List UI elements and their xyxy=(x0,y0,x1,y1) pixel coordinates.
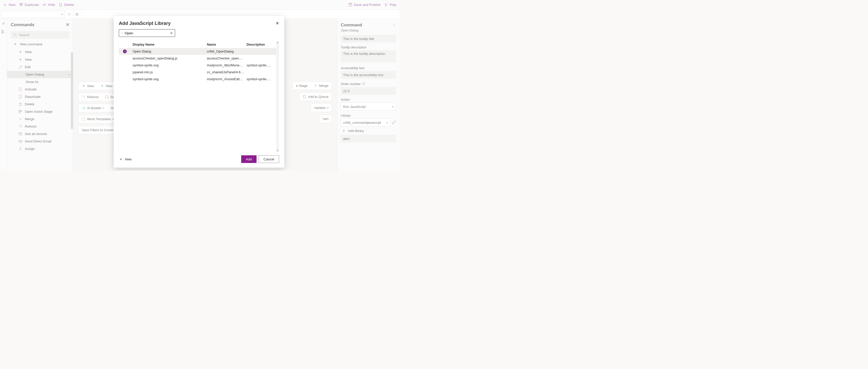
canvas-new-button[interactable]: ＋New xyxy=(97,82,116,90)
tree-item-open-active-stage[interactable]: Open Active Stage xyxy=(7,108,73,115)
table-row[interactable]: jspanel.min.js cc_shared/JsPanel/4.6.0/… xyxy=(119,69,279,76)
play-button[interactable]: Play xyxy=(384,3,396,7)
plus-icon: ＋ xyxy=(19,50,23,54)
action-select[interactable]: Run JavaScript ▾ xyxy=(341,103,396,111)
info-icon[interactable]: ⓘ xyxy=(362,82,365,86)
tree-item-open-dialog[interactable]: Open Dialog⋯ xyxy=(7,71,73,78)
add-button[interactable]: Add xyxy=(241,155,256,163)
accessibility-label: Accessibility text xyxy=(341,66,396,70)
add-library-button[interactable]: ＋ Add library xyxy=(341,126,396,135)
canvas-truncated-button[interactable]: hart xyxy=(320,115,332,123)
records-icon xyxy=(19,132,22,136)
canvas-add-to-queue-button[interactable]: Add to Queue xyxy=(300,93,332,101)
hide-icon xyxy=(42,3,46,7)
cancel-button[interactable]: Cancel xyxy=(258,155,279,163)
pencil-icon xyxy=(19,65,22,69)
tree-item-new[interactable]: ＋New xyxy=(7,56,73,63)
new-command-button[interactable]: ＋ New command xyxy=(7,40,73,48)
tree-item-refresh[interactable]: Refresh xyxy=(7,123,73,130)
scroll-down-icon[interactable]: ▾ xyxy=(276,149,279,152)
scrollbar-thumb[interactable] xyxy=(71,52,73,129)
cell-desc: symbol-sprite.sv… xyxy=(247,63,275,67)
new-link[interactable]: ＋ New xyxy=(119,157,132,161)
library-value: crfb6_commandjavascript xyxy=(343,121,381,124)
tree-item-assign[interactable]: Assign xyxy=(7,145,73,152)
doc-x-icon xyxy=(19,95,22,98)
new-label: New xyxy=(9,3,16,7)
order-input[interactable] xyxy=(341,87,396,95)
tree-item-show-as[interactable]: Show As xyxy=(7,78,73,86)
plus-icon: ＋ xyxy=(100,84,104,88)
merge-icon xyxy=(19,117,22,121)
canvas-row: mplates▾ xyxy=(311,104,332,112)
modal-search-input[interactable]: ✕ xyxy=(119,29,175,37)
save-publish-label: Save and Publish xyxy=(354,3,381,7)
hamburger-icon[interactable]: ≡ xyxy=(3,22,5,25)
close-icon[interactable]: ✕ xyxy=(66,22,69,27)
accessibility-input[interactable] xyxy=(341,71,396,79)
modal-title: Add JavaScript Library xyxy=(119,21,171,26)
library-select[interactable]: crfb6_commandjavascript ▾ xyxy=(341,118,390,126)
table-row[interactable]: accessChecker_openDialog.js accessChecke… xyxy=(119,55,279,62)
canvas-ai-builder-button[interactable]: AI Builder▾ xyxy=(79,104,107,112)
close-icon[interactable]: ✕ xyxy=(276,21,279,26)
tree-item-edit[interactable]: Edit xyxy=(7,63,73,71)
canvas-row: ＋New ＋New xyxy=(79,82,118,90)
svg-rect-0 xyxy=(20,4,22,6)
chevron-right-icon[interactable]: 〉 xyxy=(393,23,396,27)
property-selector[interactable]: ▾ xyxy=(1,11,65,18)
cell-display: accessChecker_openDialog.js xyxy=(133,56,207,60)
canvas-word-templates-button[interactable]: Word Templates▾ xyxy=(79,115,117,123)
function-input[interactable] xyxy=(341,135,396,142)
canvas-new-button[interactable]: ＋New xyxy=(79,82,97,90)
canvas-truncated-button[interactable]: e Stage xyxy=(293,82,311,90)
svg-line-31 xyxy=(122,33,123,34)
svg-rect-20 xyxy=(19,133,22,135)
commands-panel: Commands ✕ Search ＋ New command ＋New ＋Ne… xyxy=(7,19,73,171)
table-row[interactable]: symbol-sprite.svg msdyncrm_/libs/Monaco…… xyxy=(119,62,279,69)
tooltip-title-input[interactable] xyxy=(341,35,396,42)
svg-rect-24 xyxy=(105,96,108,98)
tree-item-email[interactable]: Send Direct Email xyxy=(7,138,73,145)
col-name[interactable]: Name xyxy=(207,42,247,47)
item-label: Assign xyxy=(25,147,35,151)
hide-button[interactable]: Hide xyxy=(42,3,55,7)
table-row[interactable]: ✓ Open Dialog crfb6_OpenDialog xyxy=(119,48,279,55)
modal-scrollbar[interactable]: ▴ ▾ xyxy=(276,41,279,152)
new-button[interactable]: ＋ New xyxy=(3,3,16,7)
ai-icon xyxy=(82,106,86,110)
top-toolbar: ＋ New Duplicate Hide Delete Save and Pub… xyxy=(0,0,399,10)
delete-button[interactable]: Delete xyxy=(59,3,74,7)
tooltip-desc-label: Tooltip description xyxy=(341,46,396,49)
search-input[interactable]: Search xyxy=(11,31,69,39)
tree-item-see-all[interactable]: See all records xyxy=(7,130,73,138)
fx-icon: fx xyxy=(73,10,84,19)
col-display-name[interactable]: Display Name xyxy=(133,42,207,47)
canvas-truncated-button[interactable]: mplates▾ xyxy=(311,104,332,112)
item-label: Deactivate xyxy=(25,95,40,98)
more-icon[interactable]: ⋯ xyxy=(68,73,71,76)
duplicate-button[interactable]: Duplicate xyxy=(19,3,39,7)
table-row[interactable]: symbol-sprite.svg msdyncrm_/AssistEditCo… xyxy=(119,76,279,83)
tooltip-desc-input[interactable] xyxy=(341,50,396,62)
tree-item-delete[interactable]: Delete xyxy=(7,101,73,108)
canvas-merge-button[interactable]: Merge xyxy=(311,82,332,90)
save-publish-button[interactable]: Save and Publish xyxy=(348,3,381,7)
pencil-icon[interactable] xyxy=(392,120,396,124)
canvas-row: Refresh Se xyxy=(79,93,118,101)
cell-name: cc_shared/JsPanel/4.6.0/… xyxy=(207,70,247,74)
modal-search-field[interactable] xyxy=(125,31,168,35)
grid-icon xyxy=(19,110,22,114)
tree-item-new[interactable]: ＋New xyxy=(7,48,73,56)
tree-item-deactivate[interactable]: Deactivate xyxy=(7,93,73,101)
tree-item-merge[interactable]: Merge xyxy=(7,115,73,123)
scroll-up-icon[interactable]: ▴ xyxy=(276,41,279,44)
cell-name: msdyncrm_/libs/Monaco… xyxy=(207,63,247,67)
clear-icon[interactable]: ✕ xyxy=(170,31,173,35)
grid-icon xyxy=(105,95,109,99)
canvas-save-filters-button[interactable]: Save Filters to Current xyxy=(79,126,118,134)
tree-icon[interactable] xyxy=(2,30,5,34)
canvas-refresh-button[interactable]: Refresh xyxy=(79,93,102,101)
tree-item-activate[interactable]: Activate xyxy=(7,86,73,93)
col-description[interactable]: Description xyxy=(247,42,275,47)
